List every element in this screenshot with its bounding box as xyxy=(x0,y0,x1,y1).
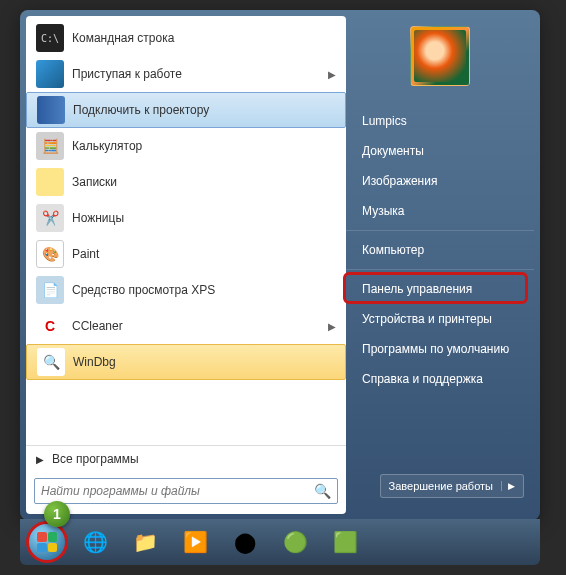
right-item-default-programs[interactable]: Программы по умолчанию xyxy=(346,334,534,364)
media-player-icon: ▶️ xyxy=(183,530,208,554)
getting-started-icon xyxy=(36,60,64,88)
program-paint[interactable]: 🎨 Paint xyxy=(26,236,346,272)
taskbar-app[interactable]: ⬤ xyxy=(222,523,268,561)
flower-image xyxy=(414,30,466,82)
arrow-right-icon: ▶ xyxy=(36,454,44,465)
program-label: Калькулятор xyxy=(72,139,142,153)
taskbar-ie[interactable]: 🌐 xyxy=(72,523,118,561)
search-input[interactable] xyxy=(41,484,314,498)
right-item-devices[interactable]: Устройства и принтеры xyxy=(346,304,534,334)
ccleaner-icon: C xyxy=(36,312,64,340)
right-panel: Lumpics Документы Изображения Музыка Ком… xyxy=(346,16,534,514)
program-label: Ножницы xyxy=(72,211,124,225)
program-projector[interactable]: Подключить к проектору xyxy=(26,92,346,128)
start-button[interactable] xyxy=(26,521,68,563)
program-label: CCleaner xyxy=(72,319,123,333)
callout-badge-1: 1 xyxy=(44,501,70,527)
cube-icon: 🟩 xyxy=(333,530,358,554)
taskbar: 🌐 📁 ▶️ ⬤ 🟢 🟩 xyxy=(20,519,540,565)
program-sticky-notes[interactable]: Записки xyxy=(26,164,346,200)
submenu-arrow-icon: ▶ xyxy=(328,69,336,80)
program-label: Подключить к проектору xyxy=(73,103,209,117)
shutdown-label: Завершение работы xyxy=(389,480,493,492)
xps-icon: 📄 xyxy=(36,276,64,304)
all-programs-label: Все программы xyxy=(52,452,139,466)
projector-icon xyxy=(37,96,65,124)
start-menu: C:\ Командная строка Приступая к работе … xyxy=(20,10,540,520)
right-item-help[interactable]: Справка и поддержка xyxy=(346,364,534,394)
scissors-icon: ✂️ xyxy=(36,204,64,232)
all-programs-button[interactable]: ▶ Все программы xyxy=(26,445,346,472)
right-item-computer[interactable]: Компьютер xyxy=(346,230,534,265)
taskbar-app2[interactable]: 🟩 xyxy=(322,523,368,561)
chevron-right-icon[interactable]: ▶ xyxy=(501,481,515,491)
right-item-control-panel[interactable]: Панель управления xyxy=(346,269,534,304)
app-icon: ⬤ xyxy=(234,530,256,554)
submenu-arrow-icon: ▶ xyxy=(328,321,336,332)
paint-icon: 🎨 xyxy=(36,240,64,268)
program-label: Приступая к работе xyxy=(72,67,182,81)
program-label: Командная строка xyxy=(72,31,174,45)
calculator-icon: 🧮 xyxy=(36,132,64,160)
shutdown-row: Завершение работы ▶ xyxy=(346,474,534,504)
program-ccleaner[interactable]: C CCleaner ▶ xyxy=(26,308,346,344)
ie-icon: 🌐 xyxy=(83,530,108,554)
program-label: Paint xyxy=(72,247,99,261)
chrome-icon: 🟢 xyxy=(283,530,308,554)
program-calculator[interactable]: 🧮 Калькулятор xyxy=(26,128,346,164)
program-label: Средство просмотра XPS xyxy=(72,283,215,297)
taskbar-explorer[interactable]: 📁 xyxy=(122,523,168,561)
right-item-documents[interactable]: Документы xyxy=(346,136,534,166)
program-label: Записки xyxy=(72,175,117,189)
program-cmd[interactable]: C:\ Командная строка xyxy=(26,20,346,56)
right-item-user[interactable]: Lumpics xyxy=(346,106,534,136)
right-item-music[interactable]: Музыка xyxy=(346,196,534,226)
search-icon: 🔍 xyxy=(314,483,331,499)
user-picture[interactable] xyxy=(410,26,470,86)
program-xps-viewer[interactable]: 📄 Средство просмотра XPS xyxy=(26,272,346,308)
sticky-notes-icon xyxy=(36,168,64,196)
program-getting-started[interactable]: Приступая к работе ▶ xyxy=(26,56,346,92)
program-snipping-tool[interactable]: ✂️ Ножницы xyxy=(26,200,346,236)
taskbar-media-player[interactable]: ▶️ xyxy=(172,523,218,561)
taskbar-chrome[interactable]: 🟢 xyxy=(272,523,318,561)
program-windbg[interactable]: 🔍 WinDbg xyxy=(26,344,346,380)
shutdown-button[interactable]: Завершение работы ▶ xyxy=(380,474,524,498)
cmd-icon: C:\ xyxy=(36,24,64,52)
folder-icon: 📁 xyxy=(133,530,158,554)
right-item-pictures[interactable]: Изображения xyxy=(346,166,534,196)
windbg-icon: 🔍 xyxy=(37,348,65,376)
search-box[interactable]: 🔍 xyxy=(34,478,338,504)
programs-panel: C:\ Командная строка Приступая к работе … xyxy=(26,16,346,514)
program-label: WinDbg xyxy=(73,355,116,369)
